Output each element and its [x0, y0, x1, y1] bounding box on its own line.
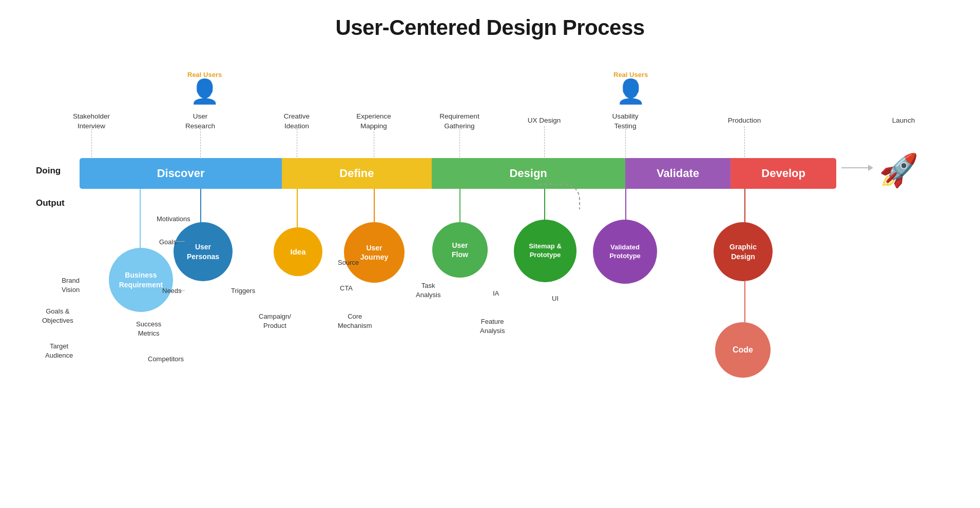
- process-bar: Discover Define Design Validate Develop: [80, 158, 836, 189]
- connector-production: [744, 126, 745, 157]
- connector-usability-testing: [625, 126, 626, 157]
- label-goals: Goals: [159, 238, 177, 247]
- circle-validated-prototype: ValidatedPrototype: [593, 220, 657, 284]
- line-business-req: [140, 189, 141, 248]
- circle-user-personas: UserPersonas: [174, 222, 233, 281]
- circle-user-journey: UserJourney: [344, 222, 405, 283]
- label-task-analysis: TaskAnalysis: [416, 281, 440, 300]
- person-icon-left: 👤: [190, 80, 219, 103]
- real-users-right: Real Users 👤: [613, 71, 648, 103]
- label-ui: UI: [552, 294, 559, 303]
- circle-user-flow: UserFlow: [432, 222, 488, 278]
- rocket-icon: 🚀: [879, 154, 918, 186]
- page: User-Centered Design Process Real Users …: [0, 0, 980, 508]
- circle-idea: Idea: [274, 227, 322, 276]
- label-triggers: Triggers: [231, 286, 255, 296]
- label-success-metrics: SuccessMetrics: [136, 320, 161, 338]
- label-goals-objectives: Goals &Objectives: [42, 307, 73, 325]
- label-ia: IA: [493, 289, 499, 298]
- circle-business-requirement: BusinessRequirement: [109, 248, 173, 312]
- connector-user-research: [200, 126, 201, 157]
- label-competitors: Competitors: [148, 355, 184, 364]
- label-core-mechanism: CoreMechanism: [338, 312, 372, 330]
- line-user-personas: [200, 189, 201, 227]
- line-user-flow: [459, 189, 460, 227]
- circle-graphic-design: GraphicDesign: [714, 222, 773, 281]
- arrow-line: [841, 167, 870, 168]
- label-campaign-product: Campaign/Product: [259, 312, 291, 330]
- phase-develop: Develop: [731, 158, 836, 189]
- phase-define: Define: [282, 158, 431, 189]
- circle-code: Code: [715, 322, 771, 378]
- label-cta: CTA: [340, 284, 353, 293]
- line-graphic: [744, 189, 745, 227]
- circle-sitemap-prototype: Sitemap &Prototype: [514, 220, 577, 282]
- dashed-arc: [539, 184, 580, 209]
- label-brand-vision: BrandVision: [62, 276, 80, 295]
- real-users-left: Real Users 👤: [187, 71, 222, 103]
- page-title: User-Centered Design Process: [31, 15, 949, 40]
- real-users-label-right: Real Users: [613, 71, 648, 79]
- label-target-audience: TargetAudience: [45, 342, 73, 360]
- label-launch: Launch: [888, 116, 919, 126]
- label-feature-analysis: FeatureAnalysis: [480, 317, 505, 336]
- connector-requirement-gathering: [459, 126, 460, 157]
- line-user-journey: [374, 189, 375, 227]
- output-label: Output: [36, 198, 65, 208]
- person-icon-right: 👤: [616, 80, 645, 103]
- real-users-label-left: Real Users: [187, 71, 222, 79]
- phase-discover: Discover: [80, 158, 282, 189]
- connector-stakeholder: [91, 126, 92, 157]
- doing-label: Doing: [36, 166, 61, 176]
- line-idea: [297, 189, 298, 227]
- label-needs: Needs: [162, 286, 182, 296]
- connector-experience-mapping: [374, 126, 374, 157]
- arrow-needs-personas: [175, 290, 185, 291]
- connector-creative-ideation: [297, 126, 297, 157]
- arrow-goals-personas: [174, 241, 185, 242]
- connector-ux-design: [544, 126, 545, 157]
- arrow-rocket-group: [841, 167, 870, 168]
- label-production: Production: [724, 116, 765, 126]
- phase-validate: Validate: [625, 158, 731, 189]
- label-motivations: Motivations: [157, 214, 190, 224]
- label-ux-design: UX Design: [524, 116, 565, 126]
- phase-design: Design: [432, 158, 625, 189]
- line-code: [744, 281, 745, 322]
- label-source: Source: [338, 258, 359, 267]
